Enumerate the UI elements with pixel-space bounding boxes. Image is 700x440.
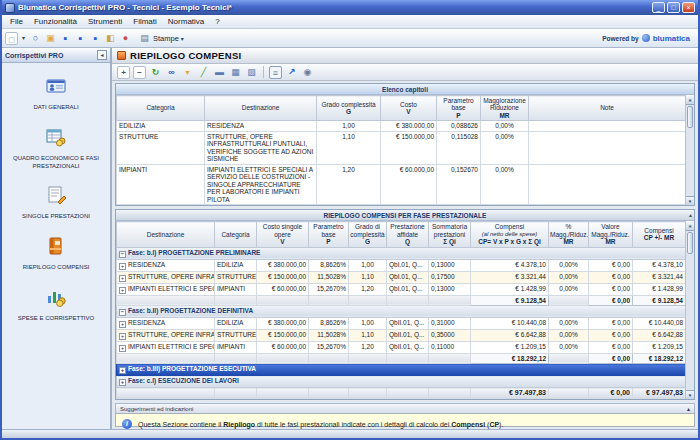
users-icon[interactable]: ● [119,32,132,45]
fase-group-row[interactable]: +Fase: b.III) PROGETTAZIONE ESECUTIVA [117,364,686,376]
sidebar-items: DATI GENERALI QUADRO ECONOMICO E FASI PR… [2,63,110,429]
menu-filmati[interactable]: Filmati [128,16,162,27]
sidebar-item-spese-corrispettivo[interactable]: SPESE E CORRISPETTIVO [2,286,110,323]
fase-row[interactable]: +STRUTTURE, OPERE INFRASTRUT...STRUTTURE… [117,329,686,341]
search-icon[interactable]: ○ [29,32,42,45]
column-header[interactable]: Valore Magg./Riduz.MR [589,222,633,247]
column-header[interactable]: Maggiorazione RiduzioneMR [481,96,529,121]
minimize-button[interactable]: _ [652,2,665,13]
menu-file[interactable]: File [5,16,28,27]
collapse-icon[interactable]: ▴ [687,405,690,412]
capitolo-row[interactable]: STRUTTURESTRUTTURE, OPERE INFRASTRUTTURA… [117,131,686,164]
column-header[interactable]: Grado complessitàG [317,96,381,121]
collapse-panel-button[interactable]: ◄ [97,50,107,60]
column-header[interactable]: Parametro baseP [437,96,481,121]
toggle-icon[interactable]: + [119,345,126,352]
group-cell[interactable]: +Fase: b.III) PROGETTAZIONE ESECUTIVA [117,364,686,376]
fase-group-row[interactable]: −Fase: b.II) PROGETTAZIONE DEFINITIVA [117,305,686,317]
stampe-button[interactable]: ▤ Stampe ▾ [134,31,188,46]
column-chooser-icon[interactable]: ▨ [245,66,258,79]
maximize-button[interactable]: □ [667,2,680,13]
sidebar-item-quadro-economico[interactable]: QUADRO ECONOMICO E FASI PRESTAZIONALI [2,126,110,171]
find-icon[interactable]: ∞ [165,66,178,79]
lock-icon[interactable]: ◉ [301,66,314,79]
menu-normativa[interactable]: Normativa [163,16,209,27]
column-header[interactable]: CostoV [381,96,437,121]
column-header[interactable]: Destinazione [117,222,215,247]
cell: 0,13000 [429,259,471,271]
open-folder-icon[interactable]: ▣ [44,32,57,45]
sidebar-item-label: SPESE E CORRISPETTIVO [18,315,94,323]
fase-row[interactable]: +IMPIANTI ELETTRICI E SPECIALI A ...IMPI… [117,283,686,295]
new-document-icon[interactable]: ▢ [5,32,18,45]
column-header[interactable]: Compensi(al netto delle spese)CP= V x P … [471,222,549,247]
toggle-icon[interactable]: + [119,287,126,294]
column-header[interactable]: CompensiCP +/- MR [633,222,686,247]
column-header[interactable]: Costo singole opereV [257,222,309,247]
save-layout-icon[interactable]: ▦ [229,66,242,79]
fase-row[interactable]: +RESIDENZAEDILIZIA€ 380.000,008,8626%1,0… [117,259,686,271]
column-header[interactable]: Categoria [215,222,257,247]
column-header[interactable]: Sommatoria prestazioniΣ Qi [429,222,471,247]
refresh-icon[interactable]: ↻ [149,66,162,79]
cell [429,353,471,363]
capitolo-row[interactable]: IMPIANTIIMPIANTI ELETTRICI E SPECIALI A … [117,164,686,204]
fase-group-row[interactable]: +Fase: c.I) ESECUZIONE DEI LAVORI [117,376,686,388]
group-panel-icon[interactable]: ≡ [269,66,282,79]
menu-help[interactable]: ? [210,16,224,27]
group-cell[interactable]: +Fase: c.I) ESECUZIONE DEI LAVORI [117,376,686,388]
column-header[interactable]: Destinazione [205,96,317,121]
toggle-icon[interactable]: + [119,333,126,340]
column-header[interactable]: Categoria [117,96,205,121]
close-button[interactable]: × [682,2,695,13]
export-icon[interactable]: ↗ [285,66,298,79]
save-as-icon[interactable]: ▪ [74,32,87,45]
sidebar-item-riepilogo-compensi[interactable]: RIEPILOGO COMPENSI [2,235,110,272]
toggle-icon[interactable]: + [119,275,126,282]
group-cell[interactable]: −Fase: b.I) PROGETTAZIONE PRELIMINARE [117,247,686,259]
cell: QbI.01, Q... [387,271,429,283]
edit-icon[interactable]: ╱ [197,66,210,79]
cell: 1,00 [317,121,381,131]
scrollbar-thumb[interactable] [687,232,693,254]
capitolo-row[interactable]: EDILIZIARESIDENZA1,00€ 380.000,000,08862… [117,121,686,131]
fase-group-row[interactable]: −Fase: b.I) PROGETTAZIONE PRELIMINARE [117,247,686,259]
save-icon[interactable]: ▪ [59,32,72,45]
menu-funzionalita[interactable]: Funzionalità [29,16,82,27]
column-header[interactable]: Note [529,96,686,121]
vertical-scrollbar[interactable]: ∗ ▼ [685,222,694,399]
toggle-icon[interactable]: + [119,321,126,328]
fase-row[interactable]: +STRUTTURE, OPERE INFRASTRUT...STRUTTURE… [117,271,686,283]
scroll-down-icon[interactable]: ▼ [686,390,694,399]
toggle-icon[interactable]: − [119,251,126,258]
filter-icon[interactable]: ▼ [181,66,194,79]
scroll-down-icon[interactable]: ▼ [686,196,694,205]
fase-row[interactable]: +RESIDENZAEDILIZIA€ 380.000,008,8626%1,0… [117,317,686,329]
save-report-icon[interactable]: ▪ [89,32,102,45]
column-header[interactable]: Prestazione affidateQ [387,222,429,247]
fase-row[interactable]: +IMPIANTI ELETTRICI E SPECIALI A ...IMPI… [117,341,686,353]
column-header[interactable]: Parametro baseP [309,222,349,247]
customize-columns-icon[interactable]: ∗ [686,222,694,231]
customize-columns-icon[interactable]: ∗ [686,96,694,105]
suggestions-header[interactable]: Suggerimenti ed indicazioni ▴ [115,403,695,413]
group-cell[interactable]: −Fase: b.II) PROGETTAZIONE DEFINITIVA [117,305,686,317]
toggle-icon[interactable]: + [119,367,126,374]
toggle-icon[interactable]: + [119,379,126,386]
column-header[interactable]: % Magg./Riduz.MR [549,222,589,247]
vertical-scrollbar[interactable]: ∗ ▼ [685,96,694,205]
toggle-icon[interactable]: + [119,263,126,270]
dropdown-arrow-icon[interactable]: ▾ [20,32,27,45]
sidebar-item-singole-prestazioni[interactable]: SINGOLE PRESTAZIONI [2,184,110,221]
toggle-icon[interactable]: − [119,309,126,316]
scrollbar-thumb[interactable] [687,106,693,128]
card-view-icon[interactable]: ▬ [213,66,226,79]
collapse-icon[interactable]: ▴ [689,210,692,221]
collapse-all-icon[interactable]: − [133,66,146,79]
explorer-panel-icon[interactable]: ◧ [104,32,117,45]
menu-strumenti[interactable]: Strumenti [83,16,127,27]
column-header[interactable]: Grado di complessitàG [349,222,387,247]
sidebar-item-dati-generali[interactable]: DATI GENERALI [2,75,110,112]
title-bar[interactable]: Blumatica Corrispettivi PRO - Tecnici - … [2,0,698,15]
expand-all-icon[interactable]: + [117,66,130,79]
